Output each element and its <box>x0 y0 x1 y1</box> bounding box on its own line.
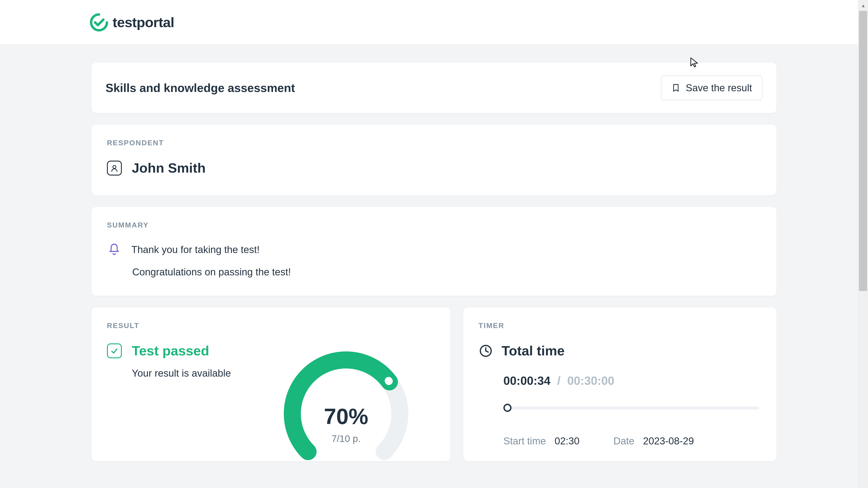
brand-logo[interactable]: testportal <box>90 13 174 32</box>
time-total: 00:30:00 <box>567 374 614 387</box>
summary-message-2: Congratulations on passing the test! <box>132 266 761 278</box>
date-value: 2023-08-29 <box>643 435 694 447</box>
time-separator: / <box>557 374 560 387</box>
page-content: Skills and knowledge assessment Save the… <box>0 45 868 461</box>
timer-card: TIMER Total time 00:00:34 / 00:30:00 St <box>463 307 776 461</box>
time-meta-row: Start time 02:30 Date 2023-08-29 <box>503 435 761 447</box>
respondent-section-label: RESPONDENT <box>107 139 761 147</box>
time-progress <box>503 403 759 412</box>
brand-name: testportal <box>113 14 174 30</box>
summary-row-1: Thank you for taking the test! <box>107 242 761 257</box>
bookmark-icon <box>671 84 680 92</box>
scroll-up-arrow-icon[interactable]: ▴ <box>858 2 868 8</box>
brand-logo-icon <box>90 13 108 32</box>
bell-icon <box>107 242 121 257</box>
clock-icon <box>478 344 493 358</box>
result-card: RESULT Test passed Your result is availa… <box>92 307 451 461</box>
timer-section-label: TIMER <box>478 322 761 330</box>
svg-point-0 <box>113 165 116 168</box>
save-result-label: Save the result <box>686 82 752 94</box>
page-title: Skills and knowledge assessment <box>105 81 295 95</box>
result-gauge: 70% 7/10 p. <box>281 348 412 461</box>
result-section-label: RESULT <box>107 322 435 330</box>
user-badge-icon <box>107 161 122 175</box>
summary-message-1: Thank you for taking the test! <box>131 244 259 255</box>
status-check-badge <box>107 344 122 358</box>
scrollbar-thumb[interactable] <box>859 11 867 291</box>
vertical-scrollbar[interactable]: ▴ <box>858 0 868 488</box>
top-bar: testportal <box>0 0 868 45</box>
gauge-percent-label: 70% <box>324 404 368 429</box>
respondent-name: John Smith <box>132 160 206 176</box>
bottom-row: RESULT Test passed Your result is availa… <box>92 307 776 461</box>
gauge-center: 70% 7/10 p. <box>281 348 412 461</box>
time-line: 00:00:34 / 00:30:00 <box>503 374 761 387</box>
time-progress-thumb[interactable] <box>503 404 512 412</box>
timer-title: Total time <box>502 343 565 359</box>
user-icon <box>110 164 119 173</box>
time-progress-track <box>503 406 759 410</box>
summary-section-label: SUMMARY <box>107 221 761 229</box>
check-icon <box>110 347 119 355</box>
gauge-score-label: 7/10 p. <box>332 433 361 444</box>
time-elapsed: 00:00:34 <box>503 374 550 387</box>
respondent-row: John Smith <box>107 160 761 176</box>
date-label: Date <box>614 435 634 447</box>
timer-head-row: Total time <box>478 343 761 359</box>
title-card: Skills and knowledge assessment Save the… <box>92 63 776 113</box>
start-time-value: 02:30 <box>555 435 580 447</box>
date-group: Date 2023-08-29 <box>614 435 694 447</box>
result-status-label: Test passed <box>132 343 209 359</box>
summary-card: SUMMARY Thank you for taking the test! C… <box>92 207 776 296</box>
start-time-group: Start time 02:30 <box>503 435 580 447</box>
save-result-button[interactable]: Save the result <box>661 75 763 100</box>
start-time-label: Start time <box>503 435 546 447</box>
respondent-card: RESPONDENT John Smith <box>92 125 776 195</box>
